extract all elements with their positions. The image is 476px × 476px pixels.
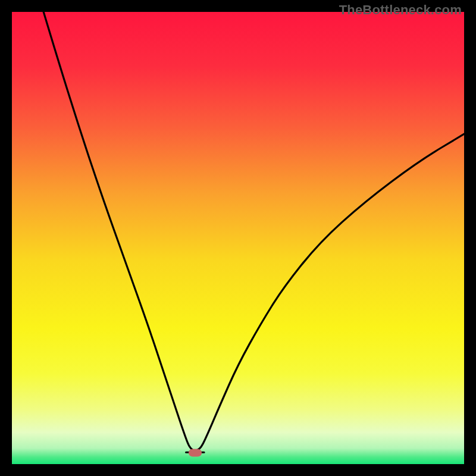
bottleneck-curve [43,12,464,452]
curve-layer [12,12,464,464]
chart-frame: TheBottleneck.com [0,0,476,476]
plot-area [12,12,464,464]
optimal-marker [189,449,202,457]
watermark-text: TheBottleneck.com [339,2,462,18]
